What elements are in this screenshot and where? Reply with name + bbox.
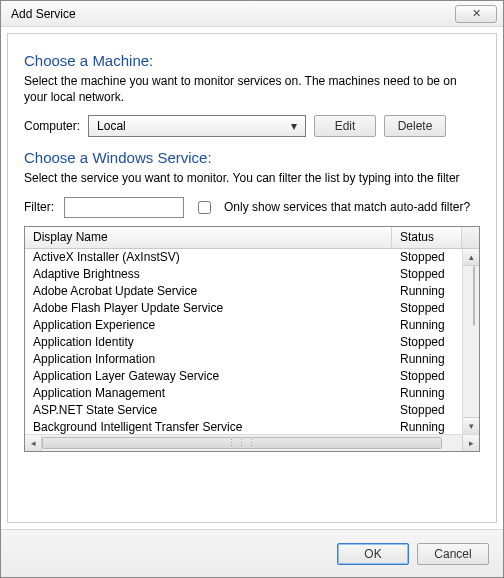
cell-name: Application Management — [25, 386, 392, 400]
filter-label: Filter: — [24, 200, 54, 214]
cell-status: Stopped — [392, 369, 462, 383]
cell-name: Application Information — [25, 352, 392, 366]
ok-button[interactable]: OK — [337, 543, 409, 565]
cell-name: Application Identity — [25, 335, 392, 349]
cell-status: Stopped — [392, 301, 462, 315]
services-grid: Display Name Status ActiveX Installer (A… — [24, 226, 480, 452]
cell-status: Stopped — [392, 403, 462, 417]
only-match-checkbox[interactable] — [198, 201, 211, 214]
dialog-footer: OK Cancel — [1, 529, 503, 577]
computer-label: Computer: — [24, 119, 80, 133]
table-row[interactable]: Application IdentityStopped — [25, 334, 462, 351]
cell-name: ASP.NET State Service — [25, 403, 392, 417]
section-machine-desc: Select the machine you want to monitor s… — [24, 73, 480, 105]
table-row[interactable]: Application ExperienceRunning — [25, 317, 462, 334]
cell-name: ActiveX Installer (AxInstSV) — [25, 250, 392, 264]
column-header-name[interactable]: Display Name — [25, 227, 392, 248]
edit-button[interactable]: Edit — [314, 115, 376, 137]
delete-button-label: Delete — [398, 119, 433, 133]
table-row[interactable]: Adaptive BrightnessStopped — [25, 266, 462, 283]
table-row[interactable]: ASP.NET State ServiceStopped — [25, 402, 462, 419]
cell-name: Adobe Acrobat Update Service — [25, 284, 392, 298]
vscroll-thumb[interactable] — [473, 266, 475, 326]
cell-name: Adaptive Brightness — [25, 267, 392, 281]
cell-name: Application Experience — [25, 318, 392, 332]
column-header-status[interactable]: Status — [392, 227, 462, 248]
scroll-up-button[interactable]: ▴ — [463, 249, 479, 266]
scroll-left-button[interactable]: ◂ — [25, 435, 42, 451]
cell-status: Stopped — [392, 267, 462, 281]
dialog-content: Choose a Machine: Select the machine you… — [7, 33, 497, 523]
table-row[interactable]: Adobe Flash Player Update ServiceStopped — [25, 300, 462, 317]
section-service-desc: Select the service you want to monitor. … — [24, 170, 480, 186]
grid-body[interactable]: ActiveX Installer (AxInstSV)StoppedAdapt… — [25, 249, 462, 434]
table-row[interactable]: Application ManagementRunning — [25, 385, 462, 402]
computer-dropdown[interactable]: Local ▾ — [88, 115, 306, 137]
vertical-scrollbar[interactable]: ▴ ▾ — [462, 249, 479, 434]
table-row[interactable]: Adobe Acrobat Update ServiceRunning — [25, 283, 462, 300]
edit-button-label: Edit — [335, 119, 356, 133]
grid-header: Display Name Status — [25, 227, 479, 249]
computer-dropdown-value: Local — [97, 119, 126, 133]
hscroll-track[interactable]: ⋮⋮⋮ — [42, 435, 462, 451]
cell-status: Running — [392, 284, 462, 298]
close-button[interactable]: ✕ — [455, 5, 497, 23]
cell-name: Background Intelligent Transfer Service — [25, 420, 392, 434]
cell-status: Running — [392, 386, 462, 400]
cell-status: Running — [392, 420, 462, 434]
horizontal-scrollbar[interactable]: ◂ ⋮⋮⋮ ▸ — [25, 434, 479, 451]
filter-input[interactable] — [64, 197, 184, 218]
table-row[interactable]: Application InformationRunning — [25, 351, 462, 368]
cell-status: Stopped — [392, 250, 462, 264]
cell-status: Running — [392, 352, 462, 366]
chevron-down-icon: ▾ — [285, 119, 301, 133]
delete-button[interactable]: Delete — [384, 115, 446, 137]
cancel-button[interactable]: Cancel — [417, 543, 489, 565]
computer-row: Computer: Local ▾ Edit Delete — [24, 115, 480, 137]
section-service-title: Choose a Windows Service: — [24, 149, 480, 166]
cell-name: Application Layer Gateway Service — [25, 369, 392, 383]
cell-status: Stopped — [392, 335, 462, 349]
table-row[interactable]: Background Intelligent Transfer ServiceR… — [25, 419, 462, 434]
table-row[interactable]: Application Layer Gateway ServiceStopped — [25, 368, 462, 385]
hscroll-thumb[interactable]: ⋮⋮⋮ — [42, 437, 442, 449]
window-title: Add Service — [11, 7, 455, 21]
cell-name: Adobe Flash Player Update Service — [25, 301, 392, 315]
cancel-button-label: Cancel — [434, 547, 471, 561]
scroll-right-button[interactable]: ▸ — [462, 435, 479, 451]
column-header-scroll-spacer — [462, 227, 479, 248]
titlebar: Add Service ✕ — [1, 1, 503, 27]
section-machine-title: Choose a Machine: — [24, 52, 480, 69]
table-row[interactable]: ActiveX Installer (AxInstSV)Stopped — [25, 249, 462, 266]
scroll-down-button[interactable]: ▾ — [463, 417, 479, 434]
close-icon: ✕ — [472, 7, 481, 20]
cell-status: Running — [392, 318, 462, 332]
ok-button-label: OK — [364, 547, 381, 561]
only-match-label: Only show services that match auto-add f… — [224, 200, 470, 214]
filter-row: Filter: Only show services that match au… — [24, 197, 480, 218]
